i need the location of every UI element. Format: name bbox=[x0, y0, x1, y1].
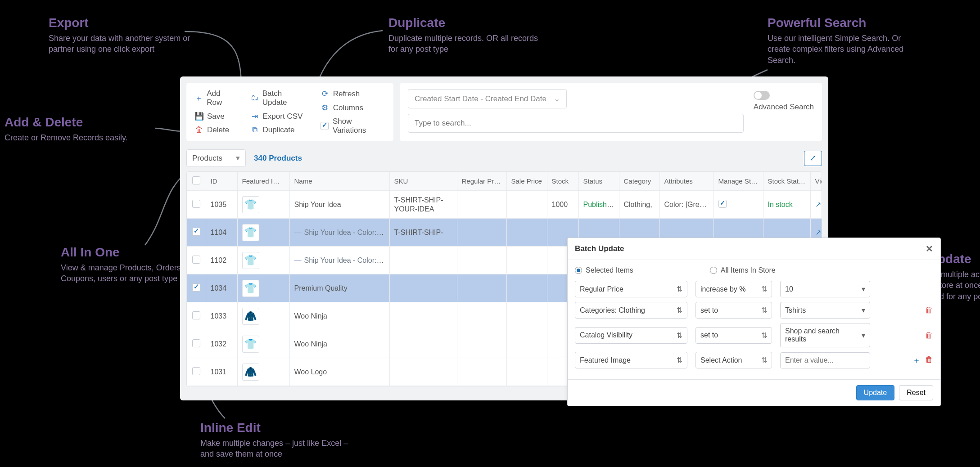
cell-regprice[interactable] bbox=[457, 191, 506, 219]
post-type-dropdown[interactable]: Products ▾ bbox=[186, 149, 246, 167]
action-select[interactable]: Select Action⇅ bbox=[695, 352, 772, 368]
action-select[interactable]: set to⇅ bbox=[695, 327, 772, 344]
cell-saleprice[interactable] bbox=[506, 358, 547, 386]
duplicate-button[interactable]: ⧉ Duplicate bbox=[250, 126, 307, 135]
col-attrs[interactable]: Attributes bbox=[659, 172, 714, 191]
delete-row-icon[interactable]: 🗑 bbox=[925, 355, 933, 366]
col-regprice[interactable]: Regular Price bbox=[457, 172, 506, 191]
cell-regprice[interactable] bbox=[457, 219, 506, 247]
row-checkbox[interactable] bbox=[192, 339, 200, 347]
field-select[interactable]: Featured Image⇅ bbox=[575, 352, 687, 368]
row-checkbox[interactable] bbox=[192, 228, 200, 236]
cell-sku[interactable]: T-SHIRT-SHIP- bbox=[389, 219, 457, 247]
manage-stock-checkbox[interactable] bbox=[718, 200, 727, 208]
cell-regprice[interactable] bbox=[457, 358, 506, 386]
reset-button[interactable]: Reset bbox=[899, 385, 933, 400]
row-checkbox[interactable] bbox=[192, 311, 200, 319]
col-id[interactable]: ID bbox=[206, 172, 237, 191]
cell-status[interactable]: Published bbox=[578, 191, 619, 219]
batch-update-button[interactable]: 🗂 Batch Update bbox=[250, 89, 307, 107]
delete-row-icon[interactable]: 🗑 bbox=[925, 331, 933, 340]
table-row[interactable]: 1035 👕 Ship Your Idea T-SHIRT-SHIP-YOUR-… bbox=[187, 191, 822, 219]
product-thumbnail[interactable]: 👕 bbox=[242, 224, 259, 241]
row-checkbox[interactable] bbox=[192, 367, 200, 375]
product-thumbnail[interactable]: 🧥 bbox=[242, 364, 259, 381]
field-select[interactable]: Regular Price⇅ bbox=[575, 281, 687, 297]
show-variations-toggle[interactable]: Show Variations bbox=[321, 117, 385, 135]
cell-saleprice[interactable] bbox=[506, 302, 547, 330]
save-button[interactable]: 💾 Save bbox=[194, 112, 237, 121]
add-row-icon[interactable]: ＋ bbox=[912, 355, 921, 366]
cell-saleprice[interactable] bbox=[506, 330, 547, 358]
action-select[interactable]: increase by %⇅ bbox=[695, 281, 772, 297]
cell-saleprice[interactable] bbox=[506, 191, 547, 219]
cell-regprice[interactable] bbox=[457, 274, 506, 302]
row-checkbox[interactable] bbox=[192, 200, 200, 208]
date-range-picker[interactable]: Created Start Date - Created End Date ⌄ bbox=[408, 89, 567, 108]
advanced-search-toggle[interactable] bbox=[754, 91, 770, 100]
view-link[interactable]: ↗ bbox=[815, 201, 821, 208]
cell-name[interactable]: Ship Your Idea - Color: Green bbox=[294, 256, 390, 264]
col-stock[interactable]: Stock bbox=[547, 172, 578, 191]
cell-saleprice[interactable] bbox=[506, 219, 547, 247]
col-view[interactable]: View bbox=[810, 172, 822, 191]
cell-sku[interactable] bbox=[389, 247, 457, 274]
cell-stock[interactable]: 1000 bbox=[547, 191, 578, 219]
value-select[interactable]: Tshirts▾ bbox=[780, 302, 870, 319]
cell-manage-stock[interactable] bbox=[714, 191, 763, 219]
export-csv-button[interactable]: ⇥ Export CSV bbox=[250, 112, 307, 121]
cell-saleprice[interactable] bbox=[506, 247, 547, 274]
col-sstatus[interactable]: Stock Status bbox=[763, 172, 810, 191]
cell-name[interactable]: Premium Quality bbox=[294, 284, 348, 292]
action-select[interactable]: set to⇅ bbox=[695, 302, 772, 319]
cell-sku[interactable] bbox=[389, 302, 457, 330]
cell-regprice[interactable] bbox=[457, 247, 506, 274]
col-category[interactable]: Category bbox=[619, 172, 659, 191]
col-name[interactable]: Name bbox=[289, 172, 389, 191]
cell-name[interactable]: Ship Your Idea - Color: Black bbox=[294, 229, 390, 236]
add-row-button[interactable]: ＋ Add Row bbox=[194, 89, 237, 107]
cell-name[interactable]: Ship Your Idea bbox=[294, 201, 341, 208]
cell-sku[interactable] bbox=[389, 358, 457, 386]
cell-stock-status[interactable]: In stock bbox=[763, 191, 810, 219]
search-input[interactable] bbox=[408, 114, 744, 133]
delete-button[interactable]: 🗑 Delete bbox=[194, 126, 237, 135]
col-saleprice[interactable]: Sale Price bbox=[506, 172, 547, 191]
product-thumbnail[interactable]: 👕 bbox=[242, 280, 259, 297]
record-count[interactable]: 340 Products bbox=[254, 154, 302, 163]
product-thumbnail[interactable]: 👕 bbox=[242, 196, 259, 213]
radio-all-items[interactable]: All Items In Store bbox=[710, 266, 776, 274]
cell-name[interactable]: Woo Ninja bbox=[294, 312, 328, 320]
value-input[interactable] bbox=[780, 352, 870, 368]
cell-id[interactable]: 1104 bbox=[206, 219, 237, 247]
cell-sku[interactable] bbox=[389, 330, 457, 358]
radio-selected-items[interactable]: Selected Items bbox=[575, 266, 633, 274]
col-mstock[interactable]: Manage Stock bbox=[714, 172, 763, 191]
col-sku[interactable]: SKU bbox=[389, 172, 457, 191]
cell-regprice[interactable] bbox=[457, 330, 506, 358]
product-thumbnail[interactable]: 🧥 bbox=[242, 308, 259, 325]
cell-name[interactable]: Woo Logo bbox=[294, 368, 327, 376]
view-link[interactable]: ↗ bbox=[815, 229, 821, 236]
select-all-checkbox[interactable] bbox=[192, 176, 200, 184]
fullscreen-button[interactable]: ⤢ bbox=[804, 151, 822, 166]
columns-button[interactable]: ⚙ Columns bbox=[321, 103, 385, 112]
field-select[interactable]: Categories: Clothing⇅ bbox=[575, 302, 687, 319]
refresh-button[interactable]: ⟳ Refresh bbox=[321, 89, 385, 99]
update-button[interactable]: Update bbox=[856, 385, 895, 400]
delete-row-icon[interactable]: 🗑 bbox=[925, 305, 933, 315]
value-select[interactable]: 10▾ bbox=[780, 281, 870, 297]
row-checkbox[interactable] bbox=[192, 283, 200, 292]
cell-sku[interactable]: T-SHIRT-SHIP-YOUR-IDEA bbox=[389, 191, 457, 219]
cell-id[interactable]: 1031 bbox=[206, 358, 237, 386]
cell-id[interactable]: 1034 bbox=[206, 274, 237, 302]
col-image[interactable]: Featured Image bbox=[237, 172, 289, 191]
cell-regprice[interactable] bbox=[457, 302, 506, 330]
cell-sku[interactable] bbox=[389, 274, 457, 302]
cell-attributes[interactable]: Color: [Green | bbox=[659, 191, 714, 219]
product-thumbnail[interactable]: 👕 bbox=[242, 336, 259, 353]
cell-id[interactable]: 1102 bbox=[206, 247, 237, 274]
cell-name[interactable]: Woo Ninja bbox=[294, 340, 328, 348]
cell-id[interactable]: 1032 bbox=[206, 330, 237, 358]
row-checkbox[interactable] bbox=[192, 256, 200, 264]
